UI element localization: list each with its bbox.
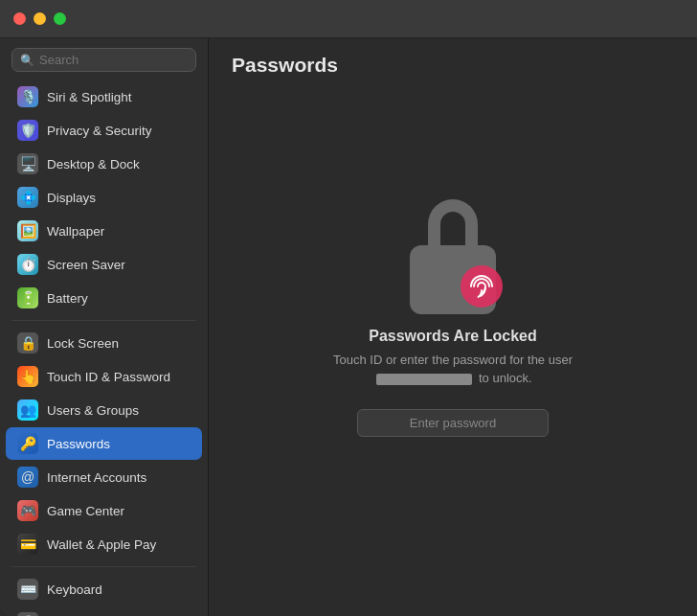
passwords-icon: 🔑: [17, 433, 38, 454]
sidebar-item-label-lockscreen: Lock Screen: [47, 336, 119, 351]
lock-text-section: Passwords Are Locked Touch ID or enter t…: [319, 328, 587, 388]
wallpaper-icon: 🖼️: [17, 220, 38, 241]
sidebar-item-privacy[interactable]: 🛡️Privacy & Security: [6, 114, 202, 147]
sidebar-item-label-touchid: Touch ID & Password: [47, 370, 170, 384]
sidebar-item-displays[interactable]: 💠Displays: [6, 181, 202, 214]
maximize-button[interactable]: [54, 12, 66, 25]
sidebar-item-trackpad[interactable]: 🖱️Trackpad: [6, 606, 202, 616]
sidebar-item-screensaver[interactable]: ⏱️Screen Saver: [6, 248, 202, 281]
fingerprint-icon: [460, 264, 504, 308]
sidebar-item-lockscreen[interactable]: 🔒Lock Screen: [6, 327, 202, 359]
sidebar-item-wallpaper[interactable]: 🖼️Wallpaper: [6, 215, 202, 247]
sidebar-item-gamecenter[interactable]: 🎮Game Center: [6, 494, 202, 527]
lock-body: [410, 245, 496, 314]
sidebar-item-passwords[interactable]: 🔑Passwords: [6, 427, 202, 460]
redacted-username: [376, 374, 472, 385]
displays-icon: 💠: [17, 187, 38, 208]
sidebar-item-label-gamecenter: Game Center: [47, 504, 124, 518]
minimize-button[interactable]: [34, 12, 46, 25]
internet-icon: @: [17, 467, 38, 488]
sidebar-item-label-wallpaper: Wallpaper: [47, 224, 104, 239]
sidebar-item-label-wallet: Wallet & Apple Pay: [47, 537, 156, 552]
search-input[interactable]: [39, 53, 188, 67]
sidebar-item-label-privacy: Privacy & Security: [47, 124, 152, 138]
siri-icon: 🎙️: [17, 86, 38, 107]
titlebar: [0, 0, 697, 38]
search-icon: 🔍: [20, 54, 34, 67]
sidebar-item-wallet[interactable]: 💳Wallet & Apple Pay: [6, 528, 202, 560]
sidebar-item-label-keyboard: Keyboard: [47, 582, 102, 597]
main-header: Passwords: [209, 38, 697, 77]
password-input-wrap[interactable]: [357, 409, 549, 437]
lock-container: Passwords Are Locked Touch ID or enter t…: [209, 77, 697, 616]
sidebar: 🔍 🎙️Siri & Spotlight🛡️Privacy & Security…: [0, 0, 209, 616]
keyboard-icon: ⌨️: [17, 579, 38, 600]
svg-point-0: [461, 265, 503, 308]
sidebar-item-label-displays: Displays: [47, 191, 96, 205]
sidebar-item-users[interactable]: 👥Users & Groups: [6, 394, 202, 426]
locked-desc-line1: Touch ID or enter the password for the u…: [333, 353, 573, 367]
users-icon: 👥: [17, 399, 38, 421]
locked-title: Passwords Are Locked: [319, 328, 587, 345]
screensaver-icon: ⏱️: [17, 254, 38, 275]
touchid-icon: 👆: [17, 366, 38, 387]
search-box[interactable]: 🔍: [11, 48, 196, 72]
sidebar-item-siri[interactable]: 🎙️Siri & Spotlight: [6, 80, 202, 113]
sidebar-divider-keyboard: [11, 566, 196, 567]
sidebar-item-label-siri: Siri & Spotlight: [47, 90, 132, 104]
trackpad-icon: 🖱️: [17, 612, 38, 616]
locked-description: Touch ID or enter the password for the u…: [319, 351, 587, 388]
sidebar-item-label-screensaver: Screen Saver: [47, 258, 125, 272]
sidebar-item-desktop[interactable]: 🖥️Desktop & Dock: [6, 148, 202, 180]
system-preferences-window: 🔍 🎙️Siri & Spotlight🛡️Privacy & Security…: [0, 0, 697, 616]
sidebar-item-label-passwords: Passwords: [47, 437, 110, 451]
sidebar-item-label-battery: Battery: [47, 291, 88, 306]
password-input[interactable]: [357, 409, 549, 437]
page-title: Passwords: [232, 54, 674, 77]
gamecenter-icon: 🎮: [17, 500, 38, 521]
close-button[interactable]: [13, 12, 26, 25]
lockscreen-icon: 🔒: [17, 332, 38, 354]
privacy-icon: 🛡️: [17, 120, 38, 141]
lock-icon: [400, 199, 506, 314]
sidebar-item-label-internet: Internet Accounts: [47, 470, 146, 485]
sidebar-item-internet[interactable]: @Internet Accounts: [6, 461, 202, 493]
main-content: Passwords: [209, 0, 697, 616]
sidebar-item-keyboard[interactable]: ⌨️Keyboard: [6, 573, 202, 605]
sidebar-divider-1: [11, 320, 196, 321]
sidebar-items-list: 🎙️Siri & Spotlight🛡️Privacy & Security🖥️…: [0, 80, 208, 616]
sidebar-item-touchid[interactable]: 👆Touch ID & Password: [6, 360, 202, 393]
sidebar-item-battery[interactable]: 🔋Battery: [6, 282, 202, 314]
locked-desc-line2: to unlock.: [479, 371, 532, 385]
sidebar-item-label-users: Users & Groups: [47, 403, 139, 418]
wallet-icon: 💳: [17, 534, 38, 555]
battery-icon: 🔋: [17, 287, 38, 308]
lock-shackle: [428, 199, 478, 251]
sidebar-item-label-desktop: Desktop & Dock: [47, 157, 140, 171]
desktop-icon: 🖥️: [17, 153, 38, 174]
